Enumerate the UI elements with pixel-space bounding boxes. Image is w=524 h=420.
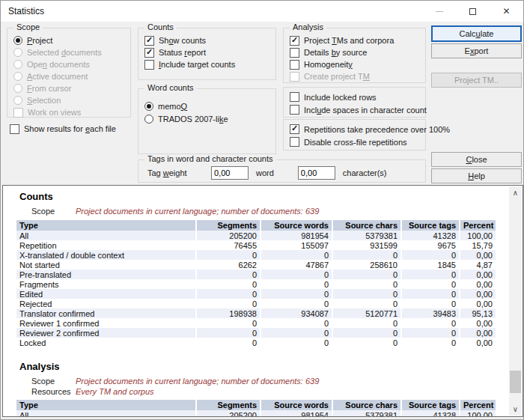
counts-section-heading: Counts: [19, 191, 509, 202]
checkbox-disable-cross-file-repetitions[interactable]: Disable cross-file repetitions: [284, 136, 425, 148]
checkbox-status-report[interactable]: Status report: [138, 46, 275, 58]
column-header: Source chars: [332, 220, 401, 231]
checkbox-include-target-counts[interactable]: Include target counts: [138, 58, 275, 70]
calculate-button[interactable]: Calculate: [431, 25, 522, 42]
table-row: X-translated / double context00000,00: [16, 250, 496, 260]
row-value-cell: 981954: [261, 231, 332, 240]
row-type-cell: Not started: [16, 260, 196, 270]
analysis-groupbox: Analysis Project TMs and corpora Details…: [283, 28, 426, 83]
row-value-cell: 981954: [261, 410, 332, 417]
scrollbar-thumb[interactable]: [510, 371, 521, 393]
row-value-cell: 0: [401, 279, 460, 289]
radio-active-document: Active document: [7, 70, 130, 82]
row-value-cell: 0: [332, 338, 401, 347]
row-value-cell: 0: [196, 318, 261, 328]
row-type-cell: Translator confirmed: [16, 308, 196, 318]
scope-group-title: Scope: [13, 22, 43, 31]
radio-selection: Selection: [7, 94, 130, 106]
row-value-cell: 0: [261, 250, 332, 260]
checkbox-icon: [10, 124, 19, 134]
window-controls: ✕: [422, 1, 523, 22]
row-type-cell: All: [16, 231, 196, 240]
row-value-cell: 0: [196, 270, 261, 279]
column-header: Type: [16, 400, 196, 410]
radio-icon: [13, 48, 22, 57]
row-value-cell: 76455: [196, 240, 261, 250]
row-value-cell: 0,00: [460, 318, 496, 328]
checkbox-details-by-source[interactable]: Details by source: [284, 46, 425, 58]
tag-weight-label: Tag weight: [147, 168, 211, 177]
row-value-cell: 0: [401, 299, 460, 308]
resources-value: Every TM and corpus: [76, 387, 154, 396]
checkbox-include-spaces[interactable]: Include spaces in character count: [284, 103, 425, 116]
column-header: Percent: [460, 220, 496, 231]
minimize-icon: [436, 11, 443, 12]
counts-table-header-row: Type Segments Source words Source chars …: [16, 220, 496, 231]
scroll-up-icon[interactable]: ∧: [509, 186, 522, 199]
option-label: Include spaces in character count: [304, 106, 427, 115]
row-value-cell: 205200: [196, 231, 261, 240]
row-value-cell: 47867: [261, 260, 332, 270]
tags-group-title: Tags in word and character counts: [144, 154, 276, 163]
radio-icon: [13, 84, 22, 93]
checkbox-homogeneity[interactable]: Homogeneity: [284, 58, 425, 70]
row-type-cell: Fragments: [16, 279, 196, 289]
radio-memoq[interactable]: memoQ: [138, 100, 275, 112]
option-label: Repetitions take precedence over 100%: [304, 125, 450, 134]
repetitions-options-box: Repetitions take precedence over 100% Di…: [283, 119, 426, 150]
option-label: Project: [27, 36, 52, 45]
word-counts-group-title: Word counts: [144, 83, 197, 92]
radio-project[interactable]: Project: [7, 34, 130, 46]
row-value-cell: 0: [196, 299, 261, 308]
checkbox-icon: [144, 48, 154, 58]
analysis-resources-row: ResourcesEvery TM and corpus: [31, 387, 509, 396]
row-type-cell: Locked: [16, 338, 196, 347]
radio-icon: [13, 96, 22, 105]
row-value-cell: 155097: [261, 240, 332, 250]
maximize-button[interactable]: [456, 1, 490, 22]
row-type-cell: X-translated / double context: [16, 250, 196, 260]
option-label: memoQ: [158, 102, 187, 111]
row-value-cell: 0: [401, 270, 460, 279]
tag-weight-char-input[interactable]: [298, 166, 335, 180]
characters-unit-label: character(s): [343, 168, 387, 177]
word-counts-groupbox: Word counts memoQ TRADOS 2007-like: [138, 88, 276, 154]
minimize-button[interactable]: [422, 1, 456, 22]
checkbox-icon: [290, 36, 299, 46]
help-button[interactable]: Help: [431, 168, 522, 183]
table-row: Reviewer 2 confirmed00000,00: [16, 328, 496, 338]
option-label: Include locked rows: [304, 93, 377, 102]
close-button[interactable]: ✕: [490, 1, 523, 22]
tags-groupbox: Tags in word and character counts Tag we…: [138, 159, 426, 183]
table-row: Rejected00000,00: [16, 299, 496, 308]
option-label: Active document: [27, 72, 88, 81]
row-value-cell: 931599: [332, 240, 401, 250]
row-value-cell: 95,13: [460, 308, 496, 318]
option-label: Work on views: [28, 108, 81, 117]
column-header: Segments: [196, 400, 261, 410]
analysis-section-heading: Analysis: [19, 361, 509, 372]
checkbox-show-counts[interactable]: Show counts: [138, 34, 275, 46]
column-header: Source tags: [401, 220, 460, 231]
scroll-down-icon[interactable]: ∨: [509, 403, 522, 416]
checkbox-repetitions-precedence[interactable]: Repetitions take precedence over 100%: [284, 123, 425, 136]
row-type-cell: Pre-translated: [16, 270, 196, 279]
checkbox-project-tms-corpora[interactable]: Project TMs and corpora: [284, 34, 425, 46]
tag-weight-word-input[interactable]: [211, 166, 249, 180]
close-dialog-button[interactable]: Close: [431, 152, 522, 167]
scope-label: Scope: [31, 377, 76, 386]
checkbox-show-results-each-file[interactable]: Show results for each file: [10, 123, 116, 135]
row-type-cell: Repetition: [16, 240, 196, 250]
column-header: Source tags: [401, 400, 460, 410]
radio-trados-2007-like[interactable]: TRADOS 2007-like: [138, 112, 275, 125]
row-value-cell: 0: [401, 289, 460, 299]
scope-value: Project documents in current language; n…: [76, 207, 319, 216]
vertical-scrollbar[interactable]: ∧ ∨: [509, 186, 522, 416]
export-button[interactable]: Export: [431, 43, 522, 58]
table-row: All205200981954537938141328100,00: [16, 231, 496, 240]
checkbox-include-locked-rows[interactable]: Include locked rows: [284, 91, 425, 103]
table-row: Locked00000,00: [16, 338, 496, 347]
row-value-cell: 0,00: [460, 250, 496, 260]
row-value-cell: 205200: [196, 410, 261, 417]
row-value-cell: 0: [332, 299, 401, 308]
